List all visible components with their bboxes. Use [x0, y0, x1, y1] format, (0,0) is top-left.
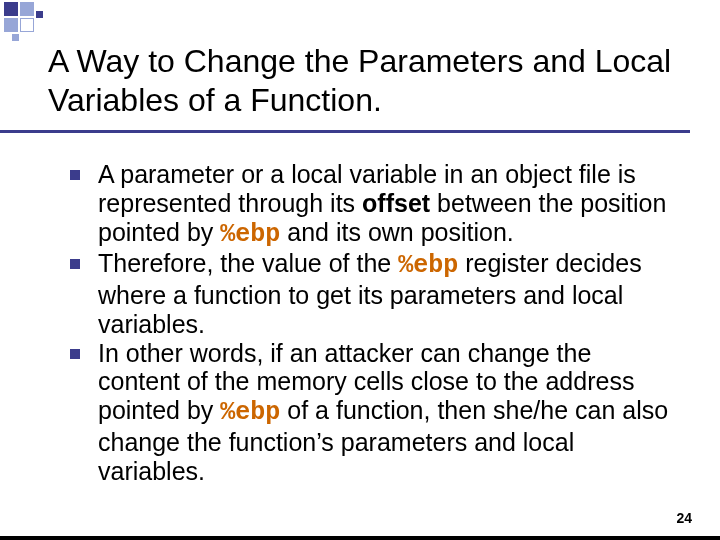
slide-body: A parameter or a local variable in an ob… [70, 160, 672, 485]
keyword-offset: offset [362, 189, 430, 217]
slide: A Way to Change the Parameters and Local… [0, 0, 720, 540]
bullet-item: A parameter or a local variable in an ob… [70, 160, 672, 249]
slide-title: A Way to Change the Parameters and Local… [48, 42, 690, 120]
code-ebp: %ebp [220, 398, 280, 427]
bullet-item: Therefore, the value of the %ebp registe… [70, 249, 672, 338]
page-number: 24 [676, 510, 692, 526]
bullet-text: and its own position. [280, 218, 513, 246]
slide-bottom-bar [0, 536, 720, 540]
code-ebp: %ebp [398, 251, 458, 280]
bullet-icon [70, 259, 80, 269]
corner-decoration [0, 0, 48, 48]
bullet-icon [70, 170, 80, 180]
code-ebp: %ebp [220, 220, 280, 249]
bullet-icon [70, 349, 80, 359]
title-underline [0, 130, 690, 133]
bullet-item: In other words, if an attacker can chang… [70, 339, 672, 486]
bullet-text: Therefore, the value of the [98, 249, 398, 277]
